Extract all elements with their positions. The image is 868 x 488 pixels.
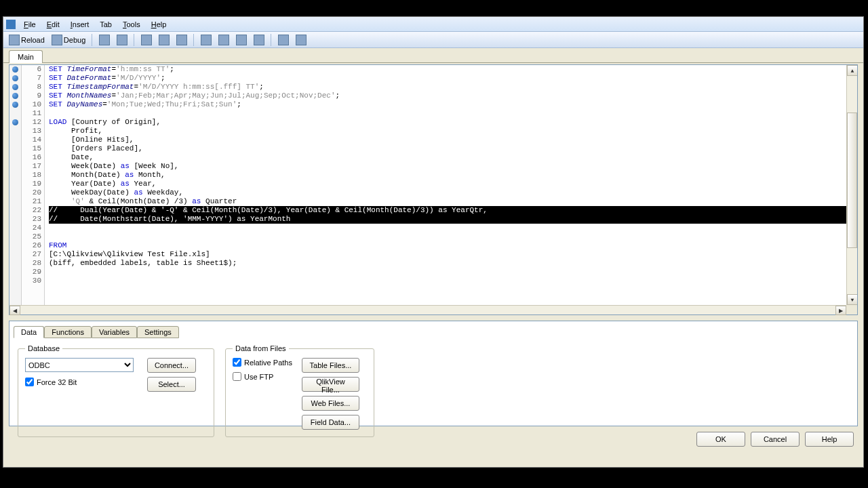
code-line[interactable]: LOAD [Country of Origin], [49, 118, 857, 127]
code-line[interactable]: SET DateFormat='M/D/YYYY'; [49, 74, 857, 83]
web-files-button[interactable]: Web Files... [302, 396, 359, 411]
database-driver-select[interactable]: ODBC [25, 358, 134, 372]
tab-demote-icon [254, 35, 264, 45]
find-button[interactable] [198, 33, 214, 47]
code-line[interactable]: SET DayNames='Mon;Tue;Wed;Thu;Fri;Sat;Su… [49, 100, 857, 109]
save-button[interactable] [96, 33, 113, 47]
editor-pane: 6789101112131415161718192021222324252627… [9, 64, 858, 315]
debug-label: Debug [64, 36, 85, 44]
menu-edit[interactable]: Edit [41, 19, 65, 30]
bottom-tab-functions[interactable]: Functions [44, 326, 92, 338]
code-line[interactable]: SET MonthNames='Jan;Feb;Mar;Apr;May;Jun;… [49, 92, 857, 100]
scroll-up-button[interactable]: ▲ [847, 65, 857, 76]
qlikview-file-button[interactable]: QlikView File... [302, 377, 359, 392]
menu-tools[interactable]: Tools [117, 19, 146, 30]
code-line[interactable]: Year(Date) as Year, [49, 180, 857, 188]
tab-promote-button[interactable] [233, 33, 250, 47]
use-ftp-input[interactable] [233, 372, 241, 381]
code-line[interactable]: Week(Date) as [Week No], [49, 162, 857, 171]
relative-paths-label: Relative Paths [244, 359, 292, 367]
code-line[interactable] [49, 109, 857, 118]
force-32bit-label: Force 32 Bit [37, 378, 77, 386]
menu-help[interactable]: Help [146, 19, 172, 30]
code-line[interactable]: [Online Hits], [49, 136, 857, 144]
relative-paths-checkbox[interactable]: Relative Paths [233, 358, 292, 367]
document-tab-row: Main [3, 48, 863, 63]
misc-button-2[interactable] [293, 33, 309, 47]
reload-button[interactable]: Reload [6, 33, 47, 47]
code-line[interactable]: [C:\Qlikview\Qlikview Test File.xls] [49, 250, 857, 259]
cut-button[interactable] [138, 33, 155, 47]
bug-icon [52, 35, 62, 45]
menu-tab[interactable]: Tab [94, 19, 117, 30]
copy-button[interactable] [156, 33, 172, 47]
code-line[interactable]: Date, [49, 153, 857, 162]
database-group: Database ODBC Force 32 Bit Connect... S [18, 344, 214, 437]
bottom-tab-settings[interactable]: Settings [137, 326, 179, 338]
use-ftp-label: Use FTP [244, 373, 273, 381]
reload-label: Reload [21, 36, 45, 44]
table-files-button[interactable]: Table Files... [302, 358, 359, 373]
tab-add-button[interactable] [216, 33, 232, 47]
field-data-button[interactable]: Field Data... [302, 415, 359, 430]
menu-file[interactable]: File [18, 19, 41, 30]
database-legend: Database [25, 344, 62, 352]
scroll-right-button[interactable]: ▶ [835, 306, 846, 315]
horizontal-scrollbar[interactable]: ◀ ▶ [9, 305, 846, 314]
code-line[interactable]: FROM [49, 241, 857, 250]
bottom-tab-variables[interactable]: Variables [92, 326, 137, 338]
data-files-legend: Data from Files [233, 344, 289, 352]
toolbar-separator [193, 34, 195, 46]
reload-icon [9, 35, 20, 45]
copy-icon [159, 35, 170, 45]
paste-button[interactable] [174, 33, 190, 47]
use-ftp-checkbox[interactable]: Use FTP [233, 372, 292, 381]
tab-main[interactable]: Main [9, 50, 43, 63]
code-line[interactable] [49, 232, 857, 241]
relative-paths-input[interactable] [233, 358, 241, 367]
force-32bit-checkbox[interactable]: Force 32 Bit [25, 378, 134, 386]
breakpoint-gutter[interactable] [9, 65, 22, 314]
code-line[interactable]: [Orders Placed], [49, 144, 857, 153]
menu-bar: FileEditInsertTabToolsHelp [3, 17, 863, 32]
print-button[interactable] [114, 33, 130, 47]
scroll-left-button[interactable]: ◀ [9, 306, 20, 315]
paste-icon [176, 35, 187, 45]
menu-insert[interactable]: Insert [65, 19, 95, 30]
code-line[interactable]: 'Q' & Ceil(Month(Date) /3) as Quarter [49, 197, 857, 206]
select-button[interactable]: Select... [147, 377, 196, 392]
system-icon[interactable] [6, 20, 16, 29]
code-line[interactable]: // Dual(Year(Date) & '-Q' & Ceil(Month(D… [49, 206, 857, 215]
vertical-scrollbar[interactable]: ▲ ▼ [846, 65, 857, 305]
connect-button[interactable]: Connect... [147, 358, 196, 373]
toolbar-separator [271, 34, 272, 46]
code-line[interactable]: Month(Date) as Month, [49, 171, 857, 180]
code-line[interactable]: // Date(Monthstart(Date), 'MMM-YYYY') as… [49, 215, 857, 224]
line-number-gutter: 6789101112131415161718192021222324252627… [22, 65, 45, 314]
code-editor[interactable]: SET TimeFormat='h:mm:ss TT';SET DateForm… [45, 65, 857, 314]
misc-button-1[interactable] [275, 33, 292, 47]
bottom-panel: DataFunctionsVariablesSettings Database … [9, 321, 858, 426]
grid-icon [278, 35, 289, 45]
code-line[interactable] [49, 224, 857, 232]
bottom-tab-row: DataFunctionsVariablesSettings [14, 325, 853, 338]
code-line[interactable]: (biff, embedded labels, table is Sheet1$… [49, 259, 857, 268]
tab-demote-button[interactable] [251, 33, 267, 47]
scroll-thumb[interactable] [847, 113, 857, 248]
cut-icon [141, 35, 152, 45]
scroll-corner [846, 305, 857, 314]
code-line[interactable]: WeekDay(Date) as Weekday, [49, 188, 857, 197]
debug-button[interactable]: Debug [49, 33, 88, 47]
toolbar-separator [92, 34, 93, 46]
force-32bit-input[interactable] [25, 378, 34, 386]
code-line[interactable]: SET TimestampFormat='M/D/YYYY h:mm:ss[.f… [49, 83, 857, 92]
code-line[interactable]: SET TimeFormat='h:mm:ss TT'; [49, 65, 857, 74]
data-from-files-group: Data from Files Relative Paths Use FTP T… [225, 344, 374, 437]
script-editor-window: FileEditInsertTabToolsHelp Reload Debug … [3, 16, 864, 468]
code-line[interactable] [49, 268, 857, 277]
tab-promote-icon [236, 35, 247, 45]
scroll-down-button[interactable]: ▼ [847, 294, 857, 305]
code-line[interactable]: Profit, [49, 127, 857, 136]
bottom-tab-data[interactable]: Data [14, 326, 44, 338]
code-line[interactable] [49, 277, 857, 285]
